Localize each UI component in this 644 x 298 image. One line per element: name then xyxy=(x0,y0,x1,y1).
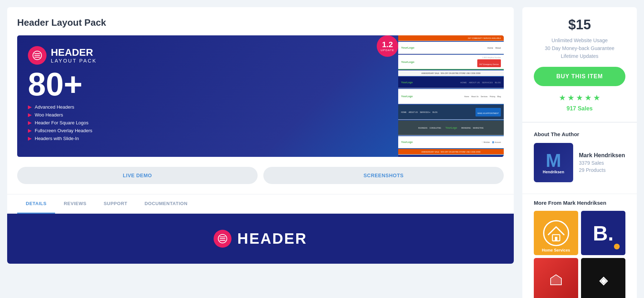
banner-count: 80+ xyxy=(28,68,387,100)
price-features: Unlimited Website Usage 30 Day Money-bac… xyxy=(534,38,625,59)
banner-title-block: HEADER LAYOUT PACK xyxy=(51,47,97,64)
tabs-section: DETAILS REVIEWS SUPPORT DOCUMENTATION xyxy=(7,194,514,214)
author-info: Mark Hendriksen 3379 Sales 29 Products xyxy=(579,152,625,173)
more-item-red[interactable] xyxy=(534,258,578,298)
badge-label: UPDATE xyxy=(381,49,394,52)
ss-top-bar: 24/7 COMMUNITY SERVICE AVAILABLE xyxy=(398,35,504,41)
tab-support[interactable]: SUPPORT xyxy=(95,194,136,214)
arrow-icon-5: ▶ xyxy=(28,135,32,141)
tab-reviews[interactable]: REVIEWS xyxy=(55,194,95,214)
ss-logo-2: YourLogo xyxy=(401,60,414,64)
more-section: More From Mark Hendriksen Home Services … xyxy=(522,194,637,298)
ss-orange-bar: ANNIVERSARY SALE · 50% OFF ON ENTIRE STO… xyxy=(398,149,504,155)
tabs-nav: DETAILS REVIEWS SUPPORT DOCUMENTATION xyxy=(7,194,514,214)
author-products: 29 Products xyxy=(579,167,625,173)
ss-strip-3: YourLogo 1-800-Helpline-Number 24/7 Emer… xyxy=(398,55,504,70)
star-3: ★ xyxy=(576,93,583,103)
banner-right: 24/7 COMMUNITY SERVICE AVAILABLE YourLog… xyxy=(398,35,504,157)
more-item-b[interactable]: B. xyxy=(581,211,625,255)
feature-5: ▶Headers with Slide-In xyxy=(28,135,387,141)
bottom-preview-logo xyxy=(214,230,231,248)
buy-button[interactable]: BUY THIS ITEM xyxy=(534,67,625,86)
banner-headline: HEADER xyxy=(51,47,97,58)
star-2: ★ xyxy=(567,93,575,103)
b-dot xyxy=(614,244,620,249)
author-avatar: M Hendriksen xyxy=(534,143,573,182)
home-services-label: Home Services xyxy=(542,248,570,252)
star-4: ★ xyxy=(585,93,592,103)
bottom-preview: HEADER xyxy=(7,214,514,264)
tab-documentation[interactable]: DOCUMENTATION xyxy=(136,194,196,214)
price-display: $15 xyxy=(534,17,625,33)
author-sales: 3379 Sales xyxy=(579,160,625,166)
badge-version: 1.2 xyxy=(382,40,393,49)
page-wrapper: Header Layout Pack xyxy=(7,7,637,298)
price-feature-3: Lifetime Updates xyxy=(534,53,625,59)
ss-logo-1: YourLogo xyxy=(401,46,414,49)
product-actions: LIVE DEMO SCREENSHOTS xyxy=(7,157,514,194)
banner-subheadline: LAYOUT PACK xyxy=(51,58,97,64)
more-grid: Home Services B. ◈ xyxy=(534,211,625,298)
svg-rect-10 xyxy=(555,237,557,240)
arrow-icon-2: ▶ xyxy=(28,112,32,118)
more-item-home-services[interactable]: Home Services xyxy=(534,211,578,255)
more-label: More From Mark Hendriksen xyxy=(534,200,625,206)
live-demo-button[interactable]: LIVE DEMO xyxy=(17,167,258,184)
ss-teal-nav: HOME ABOUT US SERVICES ▾ BLOG MAKE AN AP… xyxy=(398,105,504,120)
update-badge: 1.2 UPDATE xyxy=(377,35,398,57)
ss-cart-nav: YourLogo ♡ Wishlist 👤 Account xyxy=(398,136,504,148)
arrow-icon-1: ▶ xyxy=(28,104,32,110)
author-avatar-letter: M xyxy=(546,151,561,170)
price-feature-1: Unlimited Website Usage xyxy=(534,38,625,43)
price-section: $15 Unlimited Website Usage 30 Day Money… xyxy=(522,7,637,122)
more-item-dark[interactable]: ◈ xyxy=(581,258,625,298)
ss-bottom-nav: YourLogo HOME ABOUT US SERVICES BLOG CON… xyxy=(398,155,504,157)
ss-detailed-nav: YourLogo Home About Us Services Pricing … xyxy=(398,89,504,104)
sales-count: 917 Sales xyxy=(534,105,625,112)
arrow-icon-3: ▶ xyxy=(28,120,32,125)
price-feature-2: 30 Day Money-back Guarantee xyxy=(534,45,625,51)
main-content: Header Layout Pack xyxy=(7,7,514,264)
author-section: About The Author M Hendriksen Mark Hendr… xyxy=(522,122,637,194)
feature-1: ▶Advanced Headers xyxy=(28,104,387,110)
stars-row: ★ ★ ★ ★ ★ xyxy=(534,93,625,103)
tab-details[interactable]: DETAILS xyxy=(17,194,55,214)
feature-4: ▶Fullscreen Overlay Headers xyxy=(28,128,387,133)
star-5: ★ xyxy=(593,93,600,103)
ss-icons-nav: BUSINESS CONSULTING YourLogo BRANDING MA… xyxy=(398,120,504,135)
author-avatar-name: Hendriksen xyxy=(543,170,564,174)
b-letter: B. xyxy=(593,221,614,245)
ss-dark-nav: YourLogo HOME ABOUT US SERVICES BLOG xyxy=(398,77,504,88)
logo-circle xyxy=(28,46,47,65)
svg-point-8 xyxy=(543,220,568,245)
author-section-label: About The Author xyxy=(534,131,625,137)
ss-announce: ANNIVERSARY SALE · 50% OFF ON ENTIRE STO… xyxy=(398,70,504,76)
product-title: Header Layout Pack xyxy=(17,17,504,28)
banner-left: HEADER LAYOUT PACK 80+ ▶Advanced Headers… xyxy=(17,35,398,157)
ss-white-nav: YourLogo Home About xyxy=(398,42,504,54)
product-banner: HEADER LAYOUT PACK 80+ ▶Advanced Headers… xyxy=(17,35,504,157)
product-header: Header Layout Pack xyxy=(7,7,514,157)
arrow-icon-4: ▶ xyxy=(28,128,32,133)
feature-3: ▶Header For Square Logos xyxy=(28,120,387,125)
author-card: M Hendriksen Mark Hendriksen 3379 Sales … xyxy=(534,143,625,182)
banner-logo: HEADER LAYOUT PACK xyxy=(28,46,387,65)
bottom-preview-title: HEADER xyxy=(237,230,307,247)
feature-2: ▶Woo Headers xyxy=(28,112,387,118)
banner-features: ▶Advanced Headers ▶Woo Headers ▶Header F… xyxy=(28,104,387,141)
screenshots-button[interactable]: SCREENSHOTS xyxy=(263,167,504,184)
star-1: ★ xyxy=(559,93,566,103)
author-name: Mark Hendriksen xyxy=(579,152,625,159)
sidebar: $15 Unlimited Website Usage 30 Day Money… xyxy=(522,7,637,298)
